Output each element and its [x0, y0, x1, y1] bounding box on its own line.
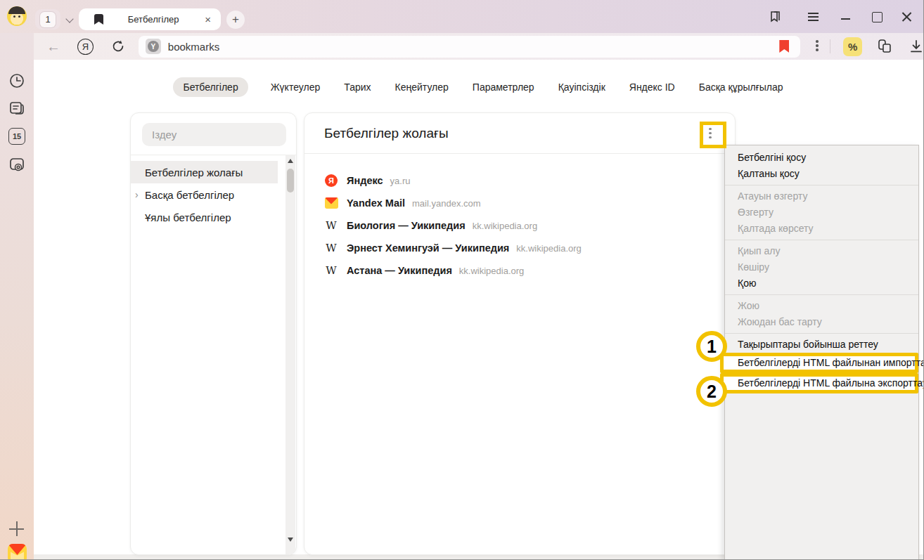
- reload-button[interactable]: [110, 39, 126, 54]
- new-tab-button[interactable]: +: [226, 11, 245, 29]
- wikipedia-favicon: W: [326, 264, 336, 277]
- back-button[interactable]: ←: [46, 39, 60, 55]
- tab-yandex-id[interactable]: Яндекс ID: [628, 77, 676, 97]
- search-input[interactable]: [142, 123, 286, 146]
- navigation-toolbar: ← Я Y bookmarks %: [34, 33, 924, 60]
- menu-show-in-folder: Қалтада көрсету: [725, 221, 918, 237]
- panel-title: Бетбелгілер жолағы: [324, 126, 701, 141]
- menu-export-html[interactable]: Бетбелгілерді HTML файлына экспорттау: [724, 377, 915, 390]
- yandex-mail-favicon: [325, 197, 338, 209]
- export-highlight-box: Бетбелгілерді HTML файлына экспорттау: [720, 373, 918, 393]
- bookmark-icon: [94, 14, 103, 25]
- close-tab-icon[interactable]: ×: [203, 13, 212, 25]
- maximize-button[interactable]: [870, 10, 884, 24]
- menu-divider: [725, 240, 918, 240]
- calendar-icon[interactable]: 15: [8, 128, 25, 145]
- folder-list: Бетбелгілер жолағы › Басқа бетбелгілер Ұ…: [131, 161, 296, 228]
- hamburger-menu-icon[interactable]: [807, 10, 821, 24]
- minimize-button[interactable]: [839, 10, 853, 24]
- menu-divider: [725, 185, 918, 185]
- tab-title: Бетбелгілер: [103, 14, 203, 25]
- menu-edit: Өзгерту: [725, 204, 918, 221]
- menu-sort-by-title[interactable]: Тақырыптары бойынша реттеу: [725, 337, 918, 353]
- scroll-up-icon[interactable]: [288, 159, 293, 163]
- toolbar-divider: [830, 39, 830, 53]
- menu-divider: [725, 294, 918, 295]
- profile-avatar[interactable]: [7, 6, 27, 26]
- context-menu: Бетбелгіні қосу Қалтаны қосу Атауын өзге…: [724, 145, 919, 560]
- settings-nav: Бетбелгілер Жүктеулер Тарих Кеңейтулер П…: [34, 77, 924, 97]
- address-more-icon[interactable]: [816, 40, 819, 53]
- bookmark-row[interactable]: Я Яндекс ya.ru: [304, 169, 735, 192]
- tab-bookmarks[interactable]: Бетбелгілер: [173, 77, 248, 97]
- bookmark-row[interactable]: Yandex Mail mail.yandex.com: [304, 192, 735, 214]
- bookmark-list: Я Яндекс ya.ru Yandex Mail mail.yandex.c…: [304, 154, 735, 282]
- site-favicon: Y: [146, 39, 161, 54]
- close-window-button[interactable]: [900, 10, 914, 24]
- add-panel-icon[interactable]: [9, 521, 25, 537]
- yandex-home-button[interactable]: Я: [77, 39, 94, 55]
- wikipedia-favicon: W: [326, 219, 336, 232]
- active-tab[interactable]: Бетбелгілер ×: [79, 8, 221, 30]
- bookmarks-panel: Бетбелгілер жолағы Я Яндекс ya.ru Yandex…: [304, 112, 736, 555]
- address-bar[interactable]: Y bookmarks: [139, 36, 800, 58]
- import-highlight-box: Бетбелгілерді HTML файлынан импорттау: [720, 353, 918, 373]
- chevron-down-icon[interactable]: [67, 16, 74, 23]
- menu-undo-delete: Жоюдан бас тарту: [725, 314, 918, 330]
- browser-sidebar: 15: [0, 33, 34, 560]
- address-url: bookmarks: [168, 41, 779, 53]
- tab-extensions[interactable]: Кеңейтулер: [394, 77, 450, 97]
- downloads-icon[interactable]: [909, 39, 924, 54]
- feed-icon[interactable]: [8, 100, 25, 117]
- menu-import-html[interactable]: Бетбелгілерді HTML файлынан импорттау: [724, 356, 915, 370]
- tab-other-devices[interactable]: Басқа құрылғылар: [698, 77, 785, 97]
- tab-history[interactable]: Тарих: [342, 77, 372, 97]
- bookmark-row[interactable]: W Астана — Уикипедия kk.wikipedia.org: [304, 259, 735, 282]
- extensions-icon[interactable]: [876, 38, 893, 55]
- menu-add-bookmark[interactable]: Бетбелгіні қосу: [725, 150, 918, 166]
- folders-panel: Бетбелгілер жолағы › Басқа бетбелгілер Ұ…: [130, 112, 297, 555]
- tab-downloads[interactable]: Жүктеулер: [269, 77, 322, 97]
- discounts-icon[interactable]: %: [843, 37, 862, 56]
- side-panels-icon[interactable]: [768, 10, 782, 24]
- tab-settings[interactable]: Параметрлер: [471, 77, 536, 97]
- browser-window: 1 Бетбелгілер × + ← Я Y bookmarks %: [0, 0, 924, 560]
- tab-strip: 1 Бетбелгілер × +: [0, 0, 924, 33]
- scrollbar[interactable]: [285, 155, 295, 554]
- folder-bookmarks-bar[interactable]: Бетбелгілер жолағы: [131, 161, 278, 183]
- screenshot-icon[interactable]: [8, 157, 25, 174]
- folder-mobile-bookmarks[interactable]: Ұялы бетбелгілер: [131, 206, 278, 228]
- menu-cut: Қиып алу: [725, 243, 918, 259]
- scroll-thumb[interactable]: [287, 169, 294, 193]
- panel-header: Бетбелгілер жолағы: [304, 113, 735, 154]
- panel-divider: [131, 155, 296, 155]
- kebab-highlight-box: [700, 122, 726, 148]
- bookmark-row[interactable]: W Эрнест Хемингуэй — Уикипедия kk.wikipe…: [304, 237, 735, 259]
- tab-count-badge[interactable]: 1: [35, 9, 60, 30]
- menu-rename: Атауын өзгерту: [725, 188, 918, 204]
- tab-security[interactable]: Қауіпсіздік: [557, 77, 607, 97]
- tab-count: 1: [40, 12, 56, 27]
- annotation-step-1: 1: [696, 331, 727, 362]
- menu-add-folder[interactable]: Қалтаны қосу: [725, 166, 918, 182]
- scroll-down-icon[interactable]: [288, 538, 293, 542]
- expand-icon[interactable]: ›: [135, 190, 142, 200]
- menu-paste[interactable]: Қою: [725, 275, 918, 292]
- history-icon[interactable]: [8, 72, 25, 89]
- bookmark-row[interactable]: W Биология — Уикипедия kk.wikipedia.org: [304, 214, 735, 237]
- bookmark-flag-icon[interactable]: [779, 40, 789, 53]
- wikipedia-favicon: W: [326, 242, 336, 254]
- yandex-mail-app-icon[interactable]: [8, 544, 27, 560]
- menu-copy: Көшіру: [725, 259, 918, 275]
- annotation-step-2: 2: [696, 376, 727, 407]
- folder-other-bookmarks[interactable]: › Басқа бетбелгілер: [131, 183, 278, 206]
- menu-divider: [725, 333, 918, 334]
- menu-delete: Жою: [725, 298, 918, 314]
- yandex-favicon: Я: [325, 174, 338, 187]
